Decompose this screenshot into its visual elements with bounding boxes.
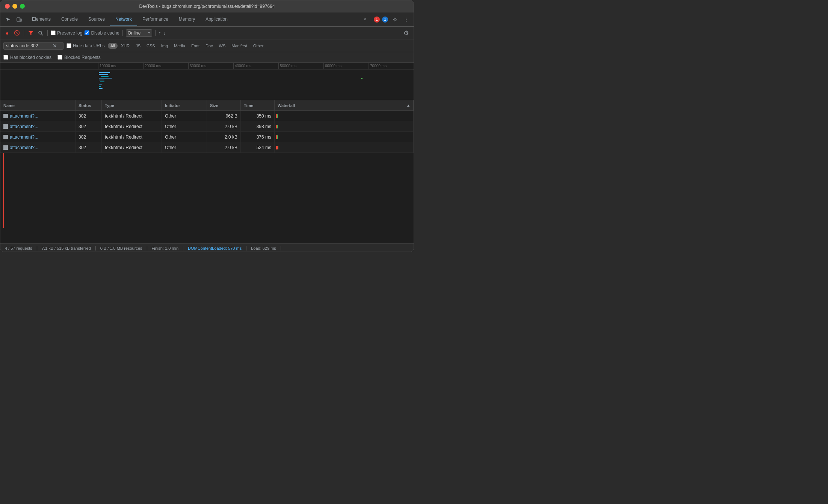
timeline-area: 10000 ms 20000 ms 30000 ms 40000 ms 5000… bbox=[0, 63, 414, 100]
file-icon-4 bbox=[3, 145, 8, 150]
filter-tag-img[interactable]: Img bbox=[159, 43, 171, 49]
settings-icon[interactable]: ⚙ bbox=[390, 15, 399, 24]
filter-tag-css[interactable]: CSS bbox=[144, 43, 158, 49]
filter-tag-ws[interactable]: WS bbox=[216, 43, 228, 49]
svg-point-2 bbox=[39, 31, 42, 34]
filter-icon[interactable] bbox=[27, 29, 35, 37]
filter-input-wrap: ✕ bbox=[3, 42, 63, 50]
ruler-mark-3: 30000 ms bbox=[188, 63, 233, 69]
tab-sources[interactable]: Sources bbox=[83, 12, 110, 26]
devtools-more-icon[interactable]: ⋮ bbox=[402, 15, 411, 24]
td-waterfall-1 bbox=[275, 111, 414, 121]
network-toolbar: ● 🚫 Preserve log Disable cache Online Fa… bbox=[0, 27, 414, 39]
td-time-2: 398 ms bbox=[241, 121, 275, 131]
close-button[interactable] bbox=[5, 4, 10, 9]
upload-icon: ↑ bbox=[159, 30, 161, 36]
filter-input[interactable] bbox=[6, 43, 51, 48]
filter-clear-button[interactable]: ✕ bbox=[53, 43, 57, 48]
td-status-2: 302 bbox=[76, 121, 102, 131]
search-icon[interactable] bbox=[37, 29, 44, 37]
td-type-1: text/html / Redirect bbox=[102, 111, 162, 121]
svg-rect-1 bbox=[20, 19, 21, 21]
titlebar: DevTools - bugs.chromium.org/p/chromium/… bbox=[0, 0, 414, 12]
table-row[interactable]: attachment?... 302 text/html / Redirect … bbox=[0, 142, 414, 153]
td-initiator-4: Other bbox=[162, 142, 207, 152]
fullscreen-button[interactable] bbox=[20, 4, 25, 9]
filter-tag-xhr[interactable]: XHR bbox=[118, 43, 132, 49]
toolbar-divider-3 bbox=[122, 30, 123, 36]
devtools-right-icons: » 1 1 ⚙ ⋮ bbox=[358, 12, 414, 26]
devtools-left-icons bbox=[3, 12, 24, 26]
ruler-mark-5: 50000 ms bbox=[278, 63, 323, 69]
table-row[interactable]: attachment?... 302 text/html / Redirect … bbox=[0, 132, 414, 142]
tab-memory[interactable]: Memory bbox=[174, 12, 200, 26]
record-button[interactable]: ● bbox=[3, 29, 11, 37]
blocked-requests-checkbox[interactable]: Blocked Requests bbox=[57, 55, 101, 60]
ruler-mark-2: 20000 ms bbox=[143, 63, 188, 69]
filter-tag-doc[interactable]: Doc bbox=[203, 43, 216, 49]
window-title: DevTools - bugs.chromium.org/p/chromium/… bbox=[139, 4, 275, 9]
network-settings-icon[interactable]: ⚙ bbox=[402, 29, 411, 38]
tab-elements[interactable]: Elements bbox=[27, 12, 56, 26]
filter-tag-js[interactable]: JS bbox=[133, 43, 143, 49]
th-initiator[interactable]: Initiator bbox=[162, 100, 207, 110]
table-row[interactable]: attachment?... 302 text/html / Redirect … bbox=[0, 111, 414, 121]
filter-tag-all[interactable]: All bbox=[108, 43, 118, 49]
td-type-4: text/html / Redirect bbox=[102, 142, 162, 152]
minimize-button[interactable] bbox=[12, 4, 17, 9]
clear-button[interactable]: 🚫 bbox=[13, 29, 21, 37]
device-toggle-icon[interactable] bbox=[15, 15, 24, 24]
th-name[interactable]: Name bbox=[0, 100, 76, 110]
file-icon-2 bbox=[3, 124, 8, 129]
table-header: Name Status Type Initiator Size Time Wat… bbox=[0, 100, 414, 111]
filter-tag-font[interactable]: Font bbox=[189, 43, 202, 49]
status-requests: 4 / 57 requests bbox=[5, 246, 37, 250]
td-name-1: attachment?... bbox=[0, 111, 76, 121]
status-load: Load: 629 ms bbox=[246, 246, 281, 250]
preserve-log-checkbox[interactable]: Preserve log bbox=[51, 30, 82, 36]
tab-application[interactable]: Application bbox=[200, 12, 233, 26]
dom-loaded-line bbox=[3, 153, 4, 228]
toolbar-divider-2 bbox=[47, 30, 48, 36]
td-initiator-3: Other bbox=[162, 132, 207, 142]
td-time-4: 534 ms bbox=[241, 142, 275, 152]
th-status[interactable]: Status bbox=[76, 100, 102, 110]
status-finish: Finish: 1.0 min bbox=[147, 246, 184, 250]
th-type[interactable]: Type bbox=[102, 100, 162, 110]
tab-network[interactable]: Network bbox=[110, 12, 137, 26]
td-size-4: 2.0 kB bbox=[207, 142, 241, 152]
timeline-bars bbox=[98, 70, 414, 100]
error-badge: 1 bbox=[374, 17, 380, 23]
td-status-3: 302 bbox=[76, 132, 102, 142]
warning-badge: 1 bbox=[382, 17, 388, 23]
status-bar: 4 / 57 requests 7.1 kB / 515 kB transfer… bbox=[0, 243, 414, 252]
ruler-mark-7: 70000 ms bbox=[369, 63, 414, 69]
th-time[interactable]: Time bbox=[241, 100, 275, 110]
tab-console[interactable]: Console bbox=[56, 12, 83, 26]
td-type-2: text/html / Redirect bbox=[102, 121, 162, 131]
filter-tag-manifest[interactable]: Manifest bbox=[229, 43, 250, 49]
throttle-selector-wrapper: Online Fast 3G Slow 3G Offline bbox=[126, 29, 152, 37]
cursor-icon[interactable] bbox=[3, 15, 12, 24]
toolbar-divider-1 bbox=[24, 30, 24, 36]
disable-cache-checkbox[interactable]: Disable cache bbox=[85, 30, 119, 36]
file-icon-1 bbox=[3, 114, 8, 118]
th-size[interactable]: Size bbox=[207, 100, 241, 110]
th-waterfall[interactable]: Waterfall ▲ bbox=[275, 100, 414, 110]
tab-performance[interactable]: Performance bbox=[137, 12, 174, 26]
tab-more[interactable]: » bbox=[358, 17, 372, 23]
throttle-selector[interactable]: Online Fast 3G Slow 3G Offline bbox=[126, 29, 152, 37]
td-status-1: 302 bbox=[76, 111, 102, 121]
toolbar-divider-4 bbox=[155, 30, 156, 36]
ruler-mark-6: 60000 ms bbox=[323, 63, 369, 69]
filter-tag-media[interactable]: Media bbox=[171, 43, 188, 49]
empty-space bbox=[0, 153, 414, 228]
filter-row: ✕ Hide data URLs All XHR JS CSS Img Medi… bbox=[0, 39, 414, 52]
table-row[interactable]: attachment?... 302 text/html / Redirect … bbox=[0, 121, 414, 132]
blocked-cookies-checkbox[interactable]: Has blocked cookies bbox=[3, 55, 51, 60]
hide-data-urls-checkbox[interactable]: Hide data URLs bbox=[66, 43, 105, 48]
content-area: Name Status Type Initiator Size Time Wat… bbox=[0, 100, 414, 243]
filter-tag-other[interactable]: Other bbox=[251, 43, 266, 49]
status-transferred: 7.1 kB / 515 kB transferred bbox=[37, 246, 96, 250]
td-name-2: attachment?... bbox=[0, 121, 76, 131]
